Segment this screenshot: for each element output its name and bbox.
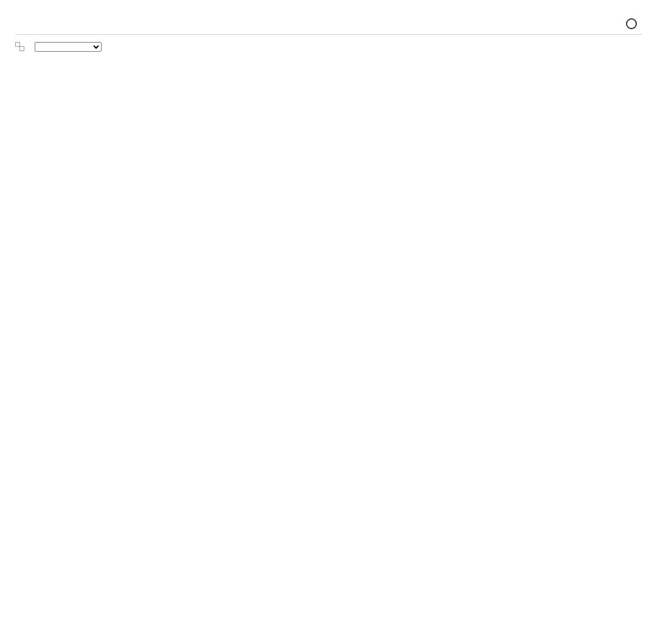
brand-circle-icon [626,18,637,29]
cluster-matrix [15,55,79,101]
sort-icon [15,42,25,52]
brand-logo [626,12,642,29]
legend [103,55,642,101]
order-select[interactable] [35,42,102,52]
